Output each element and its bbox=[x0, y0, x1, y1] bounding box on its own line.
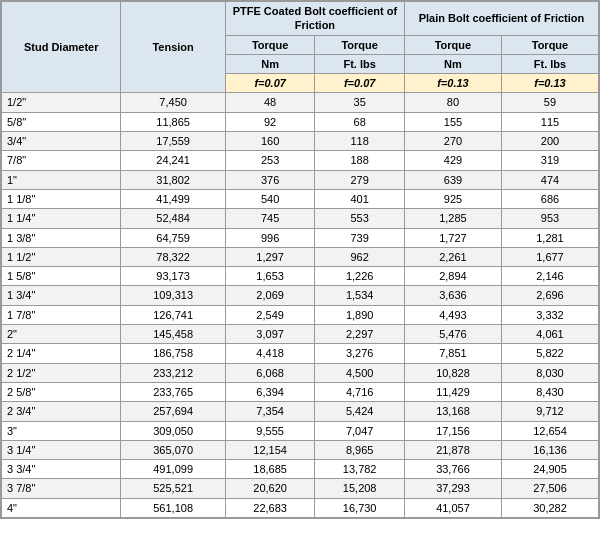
plain-ft-cell: 686 bbox=[501, 189, 598, 208]
ptfe-nm-cell: 996 bbox=[225, 228, 315, 247]
tension-cell: 7,450 bbox=[121, 93, 225, 112]
tension-cell: 93,173 bbox=[121, 267, 225, 286]
plain-f-nm: f=0.13 bbox=[404, 74, 501, 93]
ptfe-ft-cell: 739 bbox=[315, 228, 405, 247]
table-row: 3" 309,050 9,555 7,047 17,156 12,654 bbox=[2, 421, 599, 440]
ptfe-nm-cell: 7,354 bbox=[225, 402, 315, 421]
stud-diameter-header: Stud Diameter bbox=[2, 2, 121, 93]
ptfe-ft-cell: 35 bbox=[315, 93, 405, 112]
plain-ft-cell: 12,654 bbox=[501, 421, 598, 440]
plain-nm-cell: 21,878 bbox=[404, 440, 501, 459]
ptfe-f-nm: f=0.07 bbox=[225, 74, 315, 93]
tension-cell: 31,802 bbox=[121, 170, 225, 189]
plain-ft-cell: 2,696 bbox=[501, 286, 598, 305]
table-row: 3 7/8" 525,521 20,620 15,208 37,293 27,5… bbox=[2, 479, 599, 498]
tension-cell: 233,765 bbox=[121, 382, 225, 401]
size-cell: 1 1/2" bbox=[2, 247, 121, 266]
ptfe-nm-cell: 9,555 bbox=[225, 421, 315, 440]
table-row: 1 3/8" 64,759 996 739 1,727 1,281 bbox=[2, 228, 599, 247]
ptfe-nm-cell: 12,154 bbox=[225, 440, 315, 459]
table-row: 1 7/8" 126,741 2,549 1,890 4,493 3,332 bbox=[2, 305, 599, 324]
size-cell: 7/8" bbox=[2, 151, 121, 170]
ptfe-ft-cell: 1,226 bbox=[315, 267, 405, 286]
ptfe-group-header: PTFE Coated Bolt coefficient of Friction bbox=[225, 2, 404, 36]
size-cell: 1 3/8" bbox=[2, 228, 121, 247]
ptfe-ft-cell: 1,890 bbox=[315, 305, 405, 324]
plain-torque-label2: Torque bbox=[501, 35, 598, 54]
size-cell: 1" bbox=[2, 170, 121, 189]
tension-cell: 561,108 bbox=[121, 498, 225, 517]
plain-nm-cell: 7,851 bbox=[404, 344, 501, 363]
tension-cell: 78,322 bbox=[121, 247, 225, 266]
plain-ft-cell: 9,712 bbox=[501, 402, 598, 421]
size-cell: 1 5/8" bbox=[2, 267, 121, 286]
ptfe-torque-label2: Torque bbox=[315, 35, 405, 54]
ptfe-ft-cell: 13,782 bbox=[315, 460, 405, 479]
tension-header: Tension bbox=[121, 2, 225, 93]
tension-cell: 126,741 bbox=[121, 305, 225, 324]
plain-nm-cell: 155 bbox=[404, 112, 501, 131]
ptfe-nm-label: Nm bbox=[225, 54, 315, 73]
ptfe-torque-label: Torque bbox=[225, 35, 315, 54]
size-cell: 3" bbox=[2, 421, 121, 440]
table-row: 2 3/4" 257,694 7,354 5,424 13,168 9,712 bbox=[2, 402, 599, 421]
plain-group-header: Plain Bolt coefficient of Friction bbox=[404, 2, 598, 36]
ptfe-ft-label: Ft. lbs bbox=[315, 54, 405, 73]
tension-cell: 525,521 bbox=[121, 479, 225, 498]
size-cell: 1 3/4" bbox=[2, 286, 121, 305]
table-row: 1 5/8" 93,173 1,653 1,226 2,894 2,146 bbox=[2, 267, 599, 286]
size-cell: 3 1/4" bbox=[2, 440, 121, 459]
tension-cell: 41,499 bbox=[121, 189, 225, 208]
plain-ft-cell: 953 bbox=[501, 209, 598, 228]
plain-ft-cell: 2,146 bbox=[501, 267, 598, 286]
ptfe-ft-cell: 16,730 bbox=[315, 498, 405, 517]
ptfe-ft-cell: 279 bbox=[315, 170, 405, 189]
size-cell: 1 1/4" bbox=[2, 209, 121, 228]
plain-f-ft: f=0.13 bbox=[501, 74, 598, 93]
plain-nm-cell: 10,828 bbox=[404, 363, 501, 382]
plain-ft-cell: 115 bbox=[501, 112, 598, 131]
size-cell: 3 7/8" bbox=[2, 479, 121, 498]
tension-cell: 233,212 bbox=[121, 363, 225, 382]
table-row: 1 3/4" 109,313 2,069 1,534 3,636 2,696 bbox=[2, 286, 599, 305]
tension-cell: 17,559 bbox=[121, 132, 225, 151]
plain-nm-cell: 3,636 bbox=[404, 286, 501, 305]
plain-ft-cell: 4,061 bbox=[501, 325, 598, 344]
ptfe-ft-cell: 962 bbox=[315, 247, 405, 266]
plain-nm-cell: 1,285 bbox=[404, 209, 501, 228]
table-row: 2 1/4" 186,758 4,418 3,276 7,851 5,822 bbox=[2, 344, 599, 363]
header-row-1: Stud Diameter Tension PTFE Coated Bolt c… bbox=[2, 2, 599, 36]
ptfe-ft-cell: 4,716 bbox=[315, 382, 405, 401]
ptfe-nm-cell: 18,685 bbox=[225, 460, 315, 479]
bolt-torque-table: Stud Diameter Tension PTFE Coated Bolt c… bbox=[1, 1, 599, 518]
plain-ft-cell: 27,506 bbox=[501, 479, 598, 498]
tension-cell: 491,099 bbox=[121, 460, 225, 479]
size-cell: 2 1/4" bbox=[2, 344, 121, 363]
size-cell: 5/8" bbox=[2, 112, 121, 131]
ptfe-nm-cell: 20,620 bbox=[225, 479, 315, 498]
plain-nm-cell: 270 bbox=[404, 132, 501, 151]
plain-nm-cell: 37,293 bbox=[404, 479, 501, 498]
size-cell: 3 3/4" bbox=[2, 460, 121, 479]
plain-ft-cell: 24,905 bbox=[501, 460, 598, 479]
plain-nm-cell: 11,429 bbox=[404, 382, 501, 401]
table-row: 7/8" 24,241 253 188 429 319 bbox=[2, 151, 599, 170]
plain-ft-cell: 59 bbox=[501, 93, 598, 112]
ptfe-nm-cell: 1,297 bbox=[225, 247, 315, 266]
ptfe-ft-cell: 401 bbox=[315, 189, 405, 208]
plain-ft-cell: 5,822 bbox=[501, 344, 598, 363]
plain-nm-cell: 13,168 bbox=[404, 402, 501, 421]
table-row: 1/2" 7,450 48 35 80 59 bbox=[2, 93, 599, 112]
table-row: 4" 561,108 22,683 16,730 41,057 30,282 bbox=[2, 498, 599, 517]
table-row: 2" 145,458 3,097 2,297 5,476 4,061 bbox=[2, 325, 599, 344]
table-row: 1" 31,802 376 279 639 474 bbox=[2, 170, 599, 189]
tension-cell: 365,070 bbox=[121, 440, 225, 459]
ptfe-nm-cell: 22,683 bbox=[225, 498, 315, 517]
plain-ft-cell: 8,430 bbox=[501, 382, 598, 401]
table-row: 2 5/8" 233,765 6,394 4,716 11,429 8,430 bbox=[2, 382, 599, 401]
plain-ft-cell: 474 bbox=[501, 170, 598, 189]
tension-cell: 257,694 bbox=[121, 402, 225, 421]
table-row: 1 1/2" 78,322 1,297 962 2,261 1,677 bbox=[2, 247, 599, 266]
table-row: 3 3/4" 491,099 18,685 13,782 33,766 24,9… bbox=[2, 460, 599, 479]
ptfe-ft-cell: 15,208 bbox=[315, 479, 405, 498]
